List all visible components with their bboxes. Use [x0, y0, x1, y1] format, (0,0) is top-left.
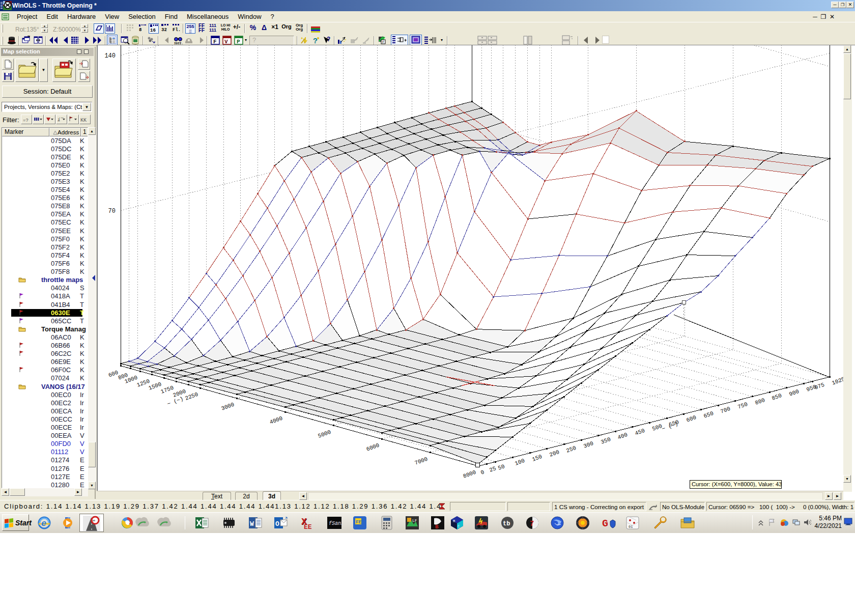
- svg-text:i‾: i‾: [58, 118, 64, 123]
- svg-text:M: M: [453, 519, 455, 523]
- svg-text:C: C: [458, 524, 460, 528]
- svg-text:tb: tb: [503, 520, 510, 527]
- svg-text:FE: FE: [356, 520, 361, 525]
- svg-text:EE: EE: [304, 523, 312, 530]
- svg-text:32: 32: [161, 27, 167, 32]
- svg-text:W: W: [250, 520, 254, 528]
- svg-text:fSan3: fSan3: [329, 521, 342, 526]
- svg-text:?: ?: [327, 36, 330, 43]
- svg-text:KK: KK: [80, 118, 87, 123]
- svg-text:P: P: [237, 39, 240, 45]
- svg-text:70: 70: [108, 208, 116, 215]
- svg-text:G: G: [602, 518, 608, 529]
- svg-text:V: V: [224, 39, 228, 45]
- svg-text:F: F: [213, 39, 217, 45]
- svg-text:∞: ∞: [93, 518, 95, 523]
- svg-text:LF: LF: [412, 518, 417, 523]
- svg-text:O: O: [275, 520, 279, 528]
- svg-text:8: 8: [139, 27, 141, 32]
- svg-text:?: ?: [313, 37, 318, 45]
- svg-text:B: B: [435, 524, 439, 530]
- svg-text:16: 16: [150, 28, 156, 32]
- svg-text:01: 01: [629, 525, 633, 529]
- svg-text:7: 7: [530, 520, 534, 528]
- svg-text:Fl.: Fl.: [173, 27, 180, 32]
- svg-text:F: F: [382, 40, 384, 44]
- svg-text:140: 140: [104, 52, 116, 60]
- svg-text:e: e: [41, 519, 46, 528]
- svg-text:=?: =?: [23, 118, 28, 123]
